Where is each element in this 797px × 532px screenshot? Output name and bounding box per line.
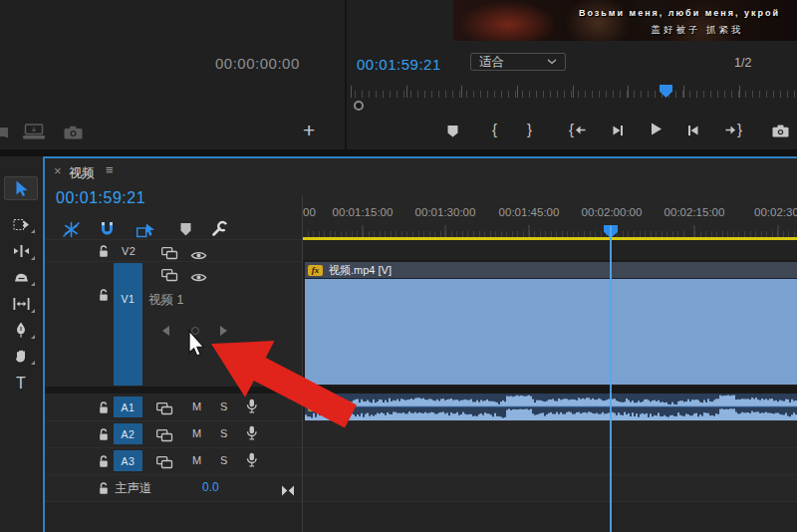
track-select-icon [13, 218, 30, 231]
master-pan-control[interactable] [281, 482, 295, 500]
a2-solo-button[interactable]: S [220, 427, 227, 439]
monitor-scrubber[interactable] [351, 86, 795, 98]
panel-divider [0, 149, 797, 156]
step-back-button[interactable] [612, 122, 624, 139]
video-audio-divider[interactable] [45, 387, 797, 394]
timeline-add-marker-button[interactable] [179, 220, 192, 238]
play-button[interactable] [650, 120, 663, 137]
add-button[interactable]: + [303, 121, 315, 140]
mark-in-button[interactable]: { [492, 121, 497, 138]
row-separator [45, 420, 797, 421]
camera-icon[interactable] [64, 126, 83, 139]
row-separator [45, 474, 797, 475]
export-frame-icon [772, 125, 789, 137]
lock-open-icon [99, 245, 110, 258]
v2-lock-toggle[interactable] [99, 244, 110, 262]
v2-track-target[interactable]: V2 [122, 245, 135, 257]
scrubber-origin-handle[interactable] [354, 101, 364, 111]
timeline-tab-title[interactable]: 视频 [69, 164, 95, 182]
close-panel-button[interactable]: × [54, 165, 62, 177]
a2-sync-lock-toggle[interactable] [156, 428, 173, 446]
a3-track-target[interactable]: A3 [114, 450, 142, 471]
a1-mute-button[interactable]: M [192, 400, 201, 412]
a1-lock-toggle[interactable] [99, 400, 110, 418]
a2-lock-toggle[interactable] [99, 427, 110, 445]
ripple-edit-icon [13, 245, 30, 257]
razor-tool-button[interactable] [4, 265, 38, 289]
v2-sync-lock-toggle[interactable] [161, 246, 178, 264]
arrow-left-icon [575, 125, 586, 135]
zoom-level-select[interactable]: 适合 [470, 53, 566, 71]
a1-track-target[interactable]: A1 [114, 397, 142, 417]
go-to-in-button[interactable]: { [569, 121, 586, 138]
a1-sync-lock-toggle[interactable] [156, 401, 173, 419]
row-separator [45, 239, 302, 240]
a2-record-toggle[interactable] [246, 425, 258, 444]
chevron-down-icon [547, 59, 557, 65]
linked-selection-icon [136, 223, 156, 238]
go-to-out-button[interactable]: } [725, 121, 742, 138]
v2-track-output-toggle[interactable] [190, 247, 207, 265]
a3-mute-button[interactable]: M [192, 454, 201, 466]
v1-sync-lock-toggle[interactable] [161, 268, 178, 286]
row-separator [45, 447, 797, 448]
next-keyframe-button[interactable] [220, 326, 227, 336]
selection-tool-button[interactable] [4, 176, 38, 200]
snap-toggle-button[interactable] [99, 220, 116, 238]
hand-tool-button[interactable] [4, 344, 38, 368]
lock-open-icon [99, 482, 110, 495]
playhead-line [610, 225, 612, 532]
add-keyframe-button[interactable] [191, 327, 199, 335]
step-forward-button[interactable] [687, 122, 699, 139]
insert-nest-toggle-button[interactable] [62, 220, 81, 238]
video-clip[interactable]: fx 视频.mp4 [V] [305, 262, 797, 385]
video-clip-name: 视频.mp4 [V] [329, 263, 392, 278]
previous-keyframe-button[interactable] [162, 326, 169, 336]
video-preview[interactable]: Возьми меня, люби меня, укрой 盖好被子 抓紧我 [453, 0, 797, 41]
clipped-edge-icon[interactable] [0, 125, 9, 137]
a3-record-toggle[interactable] [246, 452, 258, 471]
a2-mute-button[interactable]: M [192, 427, 201, 439]
insert-monitor-icon[interactable] [22, 124, 47, 139]
microphone-icon [246, 399, 258, 413]
v2-track-lane[interactable] [303, 240, 797, 261]
type-tool-button[interactable]: T [4, 372, 38, 396]
export-frame-button[interactable] [772, 122, 789, 139]
track-select-forward-tool-button[interactable] [4, 212, 38, 236]
timeline-timecode[interactable]: 00:01:59:21 [56, 189, 145, 207]
add-marker-button[interactable] [446, 122, 459, 139]
tools-panel: T [0, 156, 42, 532]
v1-track-name[interactable]: 视频 1 [148, 292, 183, 309]
ripple-edit-tool-button[interactable] [4, 239, 38, 263]
bowtie-icon [281, 485, 295, 496]
sync-lock-icon [161, 247, 178, 260]
master-volume-value[interactable]: 0.0 [202, 480, 219, 494]
video-subtitle-zh: 盖好被子 抓紧我 [651, 24, 743, 37]
v1-lock-toggle[interactable] [99, 288, 110, 306]
source-timecode[interactable]: 00:00:00:00 [215, 55, 300, 72]
a2-track-target[interactable]: A2 [114, 423, 142, 444]
a3-sync-lock-toggle[interactable] [156, 455, 173, 473]
audio-clip[interactable]: fx [305, 394, 797, 420]
v1-track-target[interactable]: V1 [114, 263, 142, 386]
a3-lock-toggle[interactable] [99, 454, 110, 472]
a1-record-toggle[interactable] [246, 399, 258, 417]
panel-menu-icon[interactable]: ≡ [106, 164, 114, 176]
sync-lock-icon [156, 429, 173, 442]
wrench-icon [210, 220, 228, 237]
v1-track-output-toggle[interactable] [190, 269, 207, 287]
pen-tool-button[interactable] [4, 318, 38, 342]
master-lock-toggle[interactable] [99, 481, 110, 499]
sync-lock-icon [156, 456, 173, 469]
a1-solo-button[interactable]: S [220, 400, 227, 412]
linked-selection-button[interactable] [136, 221, 156, 239]
time-ruler[interactable]: 00 00:01:15:00 00:01:30:00 00:01:45:00 0… [303, 203, 797, 240]
mark-out-button[interactable]: } [527, 121, 532, 138]
eye-icon [190, 250, 207, 261]
sync-lock-icon [161, 269, 178, 282]
a3-solo-button[interactable]: S [220, 454, 227, 466]
slip-tool-button[interactable] [4, 292, 38, 316]
timeline-settings-button[interactable] [210, 219, 228, 237]
program-timecode[interactable]: 00:01:59:21 [357, 56, 441, 73]
zoom-level-value: 适合 [479, 54, 547, 71]
